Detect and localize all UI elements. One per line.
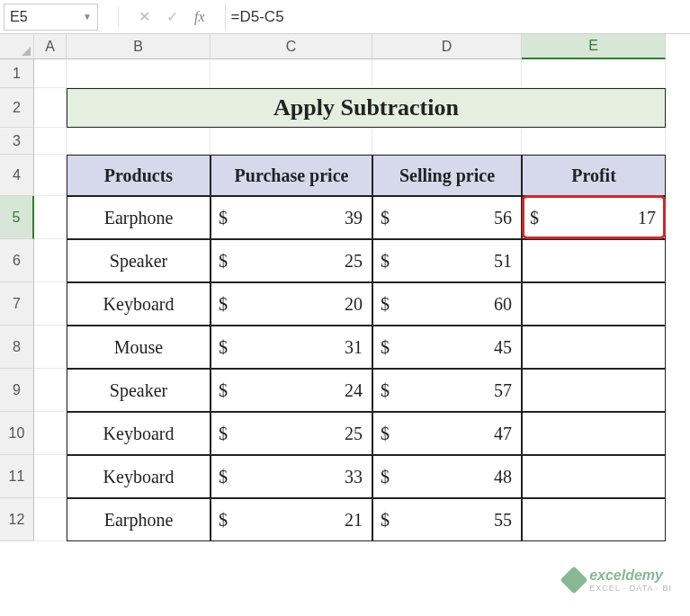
cancel-icon[interactable]: ✕	[139, 8, 150, 25]
cell-product[interactable]: Speaker	[67, 369, 211, 412]
name-box-dropdown-icon[interactable]: ▼	[83, 12, 92, 22]
row-header-10[interactable]: 10	[0, 412, 34, 455]
cell-profit[interactable]: $17	[522, 196, 666, 239]
cell-profit[interactable]	[522, 326, 666, 369]
currency-symbol: $	[379, 337, 390, 358]
cell-profit[interactable]	[522, 455, 666, 498]
cell-product[interactable]: Keyboard	[67, 412, 211, 455]
cell-value: 17	[638, 208, 659, 228]
cell[interactable]	[522, 59, 666, 88]
cell-product[interactable]: Mouse	[67, 326, 211, 369]
cell-selling[interactable]: $56	[372, 196, 522, 239]
table-row: Speaker$24$57	[34, 369, 690, 412]
row-header-12[interactable]: 12	[0, 498, 34, 541]
fx-icon[interactable]: fx	[194, 9, 205, 25]
col-header-a[interactable]: A	[34, 34, 67, 59]
cell-selling[interactable]: $55	[372, 498, 522, 541]
row-header-3[interactable]: 3	[0, 128, 34, 155]
title-cell[interactable]: Apply Subtraction	[67, 88, 666, 128]
cell-purchase[interactable]: $20	[211, 282, 372, 326]
cell-profit[interactable]	[522, 412, 666, 455]
row-header-6[interactable]: 6	[0, 239, 34, 282]
row-header-9[interactable]: 9	[0, 369, 34, 412]
cell-profit[interactable]	[522, 369, 666, 412]
currency-symbol: $	[379, 467, 390, 487]
cell-selling[interactable]: $47	[372, 412, 522, 455]
cell-selling[interactable]: $60	[372, 282, 522, 326]
table-row: Earphone$21$55	[34, 498, 690, 541]
cell-value: 24	[345, 380, 366, 401]
cell-purchase[interactable]: $21	[211, 498, 372, 541]
cell[interactable]	[372, 128, 522, 155]
cell[interactable]	[34, 155, 67, 196]
cell[interactable]	[34, 88, 67, 128]
cell[interactable]	[211, 59, 372, 88]
cell[interactable]	[34, 326, 67, 369]
header-purchase[interactable]: Purchase price	[211, 155, 372, 196]
cell-product[interactable]: Earphone	[67, 196, 211, 239]
cell[interactable]	[34, 369, 67, 412]
name-box[interactable]: E5 ▼	[4, 4, 98, 31]
cell-product[interactable]: Speaker	[67, 239, 211, 282]
cell[interactable]	[34, 455, 67, 498]
header-selling[interactable]: Selling price	[372, 155, 522, 196]
cell-product[interactable]: Earphone	[67, 498, 211, 541]
cell[interactable]	[211, 128, 372, 155]
cell[interactable]	[34, 239, 67, 282]
cell-purchase[interactable]: $24	[211, 369, 372, 412]
cell-purchase[interactable]: $25	[211, 412, 372, 455]
cell[interactable]	[34, 498, 67, 541]
cell-selling[interactable]: $45	[372, 326, 522, 369]
cell-value: 21	[345, 510, 366, 531]
formula-input[interactable]: =D5-C5	[225, 4, 690, 31]
watermark-logo-icon	[560, 566, 588, 594]
col-header-e[interactable]: E	[522, 34, 666, 59]
cell[interactable]	[34, 412, 67, 455]
header-profit[interactable]: Profit	[522, 155, 666, 196]
row-header-8[interactable]: 8	[0, 326, 34, 369]
cell[interactable]	[372, 59, 522, 88]
table-row: Keyboard$20$60	[34, 282, 690, 326]
row-header-2[interactable]: 2	[0, 88, 34, 128]
grid[interactable]: Apply Subtraction Products Purchase pric…	[34, 59, 690, 541]
row-header-4[interactable]: 4	[0, 155, 34, 196]
cell[interactable]	[522, 128, 666, 155]
select-all-corner[interactable]	[0, 34, 34, 59]
cell-value: 57	[494, 380, 515, 401]
currency-symbol: $	[379, 294, 390, 315]
currency-symbol: $	[379, 251, 390, 272]
row-header-11[interactable]: 11	[0, 455, 34, 498]
cell[interactable]	[34, 282, 67, 326]
currency-symbol: $	[379, 208, 390, 228]
cell-purchase[interactable]: $25	[211, 239, 372, 282]
col-header-d[interactable]: D	[372, 34, 522, 59]
col-header-b[interactable]: B	[67, 34, 211, 59]
currency-symbol: $	[217, 380, 228, 401]
cell-purchase[interactable]: $31	[211, 326, 372, 369]
cell[interactable]	[34, 59, 67, 88]
cell[interactable]	[34, 128, 67, 155]
cell-profit[interactable]	[522, 282, 666, 326]
enter-icon[interactable]: ✓	[166, 8, 178, 25]
cell-selling[interactable]: $48	[372, 455, 522, 498]
cell-value: 60	[494, 294, 515, 315]
table-row: Earphone$39$56$17	[34, 196, 690, 239]
row-header-1[interactable]: 1	[0, 59, 34, 88]
row-header-5[interactable]: 5	[0, 196, 34, 239]
cell-selling[interactable]: $57	[372, 369, 522, 412]
cell-profit[interactable]	[522, 498, 666, 541]
row-header-7[interactable]: 7	[0, 282, 34, 326]
cell-purchase[interactable]: $39	[211, 196, 372, 239]
cell-profit[interactable]	[522, 239, 666, 282]
cell-purchase[interactable]: $33	[211, 455, 372, 498]
cell-product[interactable]: Keyboard	[67, 282, 211, 326]
table-row: Mouse$31$45	[34, 326, 690, 369]
cell[interactable]	[67, 59, 211, 88]
cell-selling[interactable]: $51	[372, 239, 522, 282]
col-header-c[interactable]: C	[211, 34, 372, 59]
cell-value: 25	[345, 251, 366, 272]
cell[interactable]	[67, 128, 211, 155]
cell-product[interactable]: Keyboard	[67, 455, 211, 498]
cell[interactable]	[34, 196, 67, 239]
header-products[interactable]: Products	[67, 155, 211, 196]
